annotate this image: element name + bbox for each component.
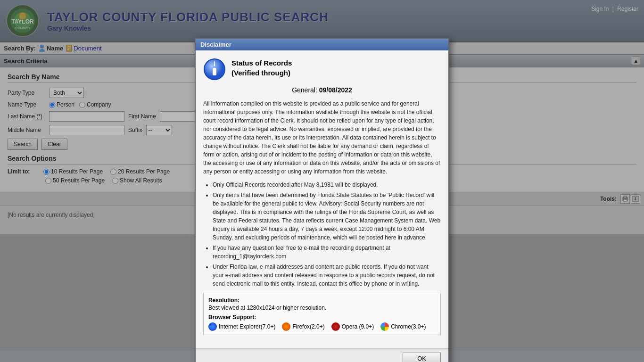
info-icon: i bbox=[203, 58, 226, 81]
bullet-1: Only Official Records recorded after May… bbox=[213, 181, 441, 189]
opera-icon bbox=[331, 322, 340, 331]
bullet-3: If you have any question feel free to e-… bbox=[213, 244, 441, 261]
bullet-2: Only items that have been determined by … bbox=[213, 191, 441, 242]
ie-browser: Internet Explorer(7.0+) bbox=[208, 322, 275, 331]
modal-body: i Status of Records (Verified through) G… bbox=[196, 50, 448, 348]
opera-browser: Opera (9.0+) bbox=[331, 322, 374, 331]
modal-bullets: Only Official Records recorded after May… bbox=[213, 181, 441, 288]
disclaimer-modal: Disclaimer i bbox=[195, 38, 449, 362]
modal-footer: OK bbox=[196, 348, 448, 362]
ie-icon bbox=[208, 322, 217, 331]
bullet-4: Under Florida law, e-mail addresses and … bbox=[213, 263, 441, 288]
modal-resolution-box: Resolution: Best viewed at 1280x1024 or … bbox=[203, 293, 441, 335]
modal-overlay: Disclaimer i bbox=[0, 0, 644, 362]
svg-rect-19 bbox=[213, 68, 216, 75]
ff-label: Firefox(2.0+) bbox=[292, 323, 324, 330]
modal-date-value: 09/08/2022 bbox=[319, 86, 352, 94]
ie-label: Internet Explorer(7.0+) bbox=[219, 323, 275, 330]
ok-button[interactable]: OK bbox=[403, 353, 441, 362]
modal-status-title: Status of Records (Verified through) bbox=[231, 58, 292, 78]
chrome-label: Chrome(3.0+) bbox=[391, 323, 426, 330]
chrome-icon bbox=[380, 322, 389, 331]
chrome-browser: Chrome(3.0+) bbox=[380, 322, 426, 331]
resolution-title: Resolution: bbox=[208, 297, 436, 304]
modal-date: General: 09/08/2022 bbox=[203, 86, 441, 94]
modal-title: Disclaimer bbox=[200, 41, 231, 48]
browser-support-title: Browser Support: bbox=[208, 314, 436, 321]
firefox-icon bbox=[282, 322, 290, 331]
modal-description: All information compiled on this website… bbox=[203, 99, 441, 176]
browser-row: Internet Explorer(7.0+) Firefox(2.0+) Op… bbox=[208, 322, 436, 331]
resolution-text: Best viewed at 1280x1024 or higher resol… bbox=[208, 304, 436, 311]
opera-label: Opera (9.0+) bbox=[342, 323, 374, 330]
ff-browser: Firefox(2.0+) bbox=[282, 322, 324, 331]
modal-status-block: Status of Records (Verified through) bbox=[231, 58, 292, 78]
modal-header-row: i Status of Records (Verified through) bbox=[203, 58, 441, 81]
svg-text:i: i bbox=[214, 60, 215, 67]
modal-titlebar: Disclaimer bbox=[196, 39, 448, 50]
